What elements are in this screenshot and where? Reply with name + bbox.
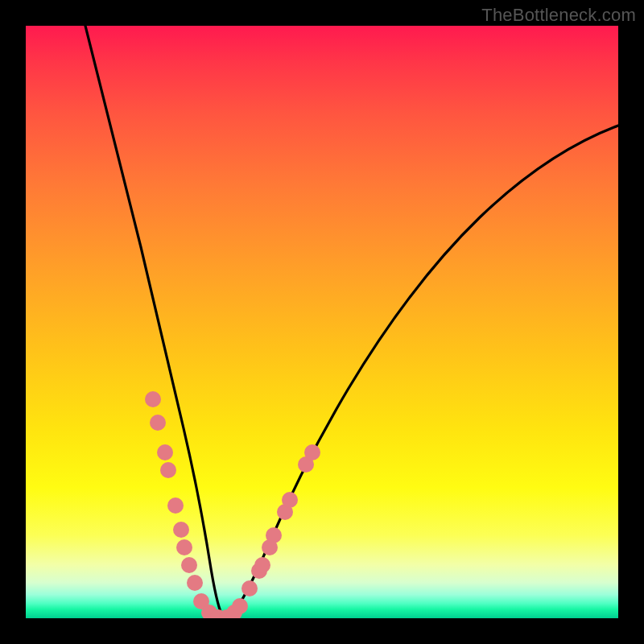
data-point bbox=[157, 444, 173, 460]
data-point bbox=[145, 391, 161, 407]
data-point bbox=[167, 497, 184, 514]
data-point bbox=[282, 492, 298, 508]
data-point bbox=[266, 527, 282, 543]
chart-frame: TheBottleneck.com bbox=[0, 0, 644, 644]
data-point bbox=[181, 557, 197, 573]
data-point bbox=[304, 444, 320, 460]
bottleneck-curve-svg bbox=[26, 26, 618, 618]
data-point bbox=[254, 557, 270, 573]
data-point bbox=[150, 415, 166, 431]
data-point bbox=[232, 598, 248, 614]
data-point bbox=[173, 522, 189, 538]
data-point bbox=[160, 462, 176, 478]
data-point bbox=[242, 580, 258, 597]
data-point bbox=[187, 575, 203, 591]
watermark-text: TheBottleneck.com bbox=[481, 5, 636, 26]
chart-plot-area bbox=[26, 26, 618, 618]
data-point bbox=[176, 539, 192, 555]
bottleneck-curve-path bbox=[85, 26, 618, 617]
